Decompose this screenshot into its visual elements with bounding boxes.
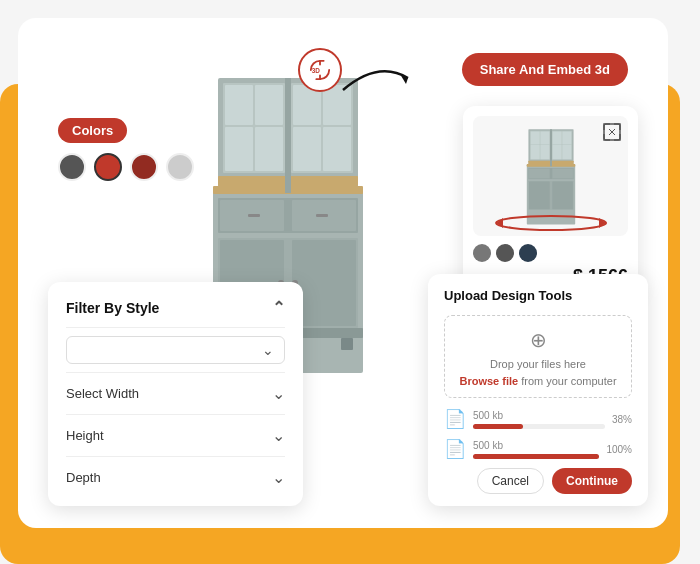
- swatch-gray[interactable]: [58, 153, 86, 181]
- filter-width-label: Select Width: [66, 386, 139, 401]
- progress-bar-fill-1: [473, 424, 523, 429]
- svg-rect-47: [529, 169, 550, 179]
- cancel-button[interactable]: Cancel: [477, 468, 544, 494]
- filter-chevron-up-icon[interactable]: ⌃: [272, 298, 285, 317]
- file-info-2: 500 kb: [473, 440, 599, 459]
- svg-rect-43: [552, 145, 561, 159]
- svg-rect-36: [530, 131, 539, 144]
- product-rotate-arrows: [491, 214, 611, 232]
- file-info-1: 500 kb: [473, 410, 605, 429]
- share-embed-button[interactable]: Share And Embed 3d: [462, 53, 628, 86]
- svg-rect-37: [540, 131, 549, 144]
- color-swatches: [58, 153, 194, 181]
- file-icon-1: 📄: [444, 408, 466, 430]
- filter-panel-title: Filter By Style ⌃: [66, 298, 285, 317]
- svg-rect-14: [293, 127, 321, 171]
- upload-panel-title: Upload Design Tools: [444, 288, 632, 303]
- product-swatch-1[interactable]: [473, 244, 491, 262]
- svg-rect-15: [323, 127, 351, 171]
- product-card: $ 1566: [463, 106, 638, 297]
- colors-panel: Colors: [58, 118, 194, 181]
- file-progress-label-2: 100%: [606, 444, 632, 455]
- svg-rect-20: [248, 214, 260, 217]
- drop-area[interactable]: ⊕ Drop your files here Browse file from …: [444, 315, 632, 398]
- filter-height-label: Height: [66, 428, 104, 443]
- progress-bar-bg-2: [473, 454, 599, 459]
- rotate-icon: 3D: [309, 59, 331, 81]
- upload-plus-icon: ⊕: [453, 328, 623, 352]
- file-progress-label-1: 38%: [612, 414, 632, 425]
- svg-rect-9: [225, 127, 253, 171]
- upload-panel: Upload Design Tools ⊕ Drop your files he…: [428, 274, 648, 506]
- progress-bar-bg-1: [473, 424, 605, 429]
- svg-rect-51: [552, 181, 573, 209]
- file-icon-2: 📄: [444, 438, 466, 460]
- svg-rect-16: [285, 78, 291, 193]
- main-card: Colors 3D Share And Embed 3d: [18, 18, 668, 528]
- svg-rect-10: [255, 127, 283, 171]
- swatch-red[interactable]: [94, 153, 122, 181]
- svg-rect-29: [341, 338, 353, 350]
- filter-title-text: Filter By Style: [66, 300, 159, 316]
- file-size-2: 500 kb: [473, 440, 599, 451]
- continue-button[interactable]: Continue: [552, 468, 632, 494]
- svg-marker-54: [496, 218, 503, 228]
- svg-rect-44: [562, 145, 571, 159]
- filter-style-input-row: ⌄: [66, 327, 285, 372]
- svg-point-53: [496, 216, 606, 230]
- drop-main-text: Drop your files here: [490, 358, 586, 370]
- svg-rect-21: [316, 214, 328, 217]
- svg-rect-8: [255, 85, 283, 125]
- svg-rect-42: [562, 131, 571, 144]
- filter-width-row[interactable]: Select Width ⌄: [66, 372, 285, 414]
- arrow-svg: [338, 60, 418, 100]
- svg-rect-50: [529, 181, 550, 209]
- svg-rect-38: [530, 145, 539, 159]
- file-size-1: 500 kb: [473, 410, 605, 421]
- product-color-swatches: [473, 244, 628, 262]
- svg-rect-45: [550, 129, 552, 166]
- swatch-light[interactable]: [166, 153, 194, 181]
- colors-label: Colors: [58, 118, 127, 143]
- filter-depth-label: Depth: [66, 470, 101, 485]
- filter-height-row[interactable]: Height ⌄: [66, 414, 285, 456]
- expand-icon[interactable]: [602, 122, 622, 142]
- file-upload-item-2: 📄 500 kb 100%: [444, 438, 632, 460]
- browse-suffix: from your computer: [518, 375, 616, 387]
- product-swatch-2[interactable]: [496, 244, 514, 262]
- filter-depth-row[interactable]: Depth ⌄: [66, 456, 285, 498]
- filter-style-dropdown-icon[interactable]: ⌄: [262, 342, 274, 358]
- rotate-3d-button[interactable]: 3D: [298, 48, 342, 92]
- filter-depth-chevron-icon[interactable]: ⌄: [272, 468, 285, 487]
- svg-rect-48: [552, 169, 573, 179]
- product-swatch-3[interactable]: [519, 244, 537, 262]
- product-thumbnail-cabinet: [511, 126, 591, 226]
- browse-link[interactable]: Browse file: [459, 375, 518, 387]
- svg-text:3D: 3D: [312, 67, 321, 74]
- product-card-image: [473, 116, 628, 236]
- progress-bar-fill-2: [473, 454, 599, 459]
- filter-panel: Filter By Style ⌃ ⌄ Select Width ⌄ Heigh…: [48, 282, 303, 506]
- svg-rect-41: [552, 131, 561, 144]
- svg-rect-7: [225, 85, 253, 125]
- upload-actions: Cancel Continue: [444, 468, 632, 494]
- svg-rect-39: [540, 145, 549, 159]
- filter-style-input[interactable]: [77, 343, 262, 357]
- filter-width-chevron-icon[interactable]: ⌄: [272, 384, 285, 403]
- swatch-darkred[interactable]: [130, 153, 158, 181]
- file-upload-item-1: 📄 500 kb 38%: [444, 408, 632, 430]
- drop-text: Drop your files here Browse file from yo…: [453, 356, 623, 389]
- filter-height-chevron-icon[interactable]: ⌄: [272, 426, 285, 445]
- svg-marker-55: [599, 218, 606, 228]
